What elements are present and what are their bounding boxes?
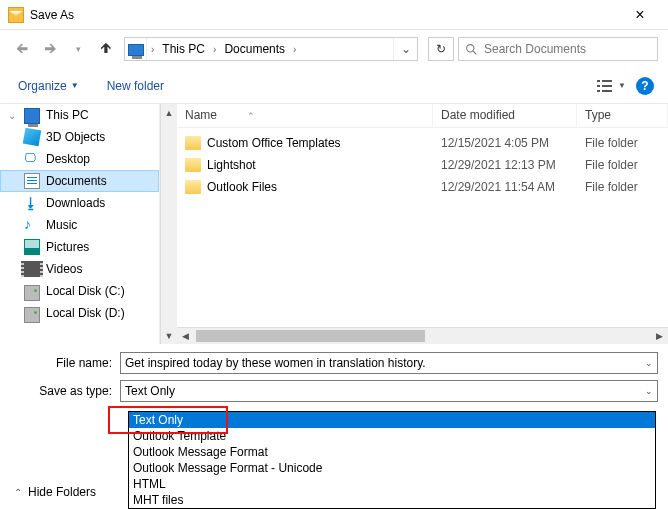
save-as-type-select[interactable]: Text Only ⌄ (120, 380, 658, 402)
sidebar-item-downloads[interactable]: ⭳Downloads (0, 192, 159, 214)
chevron-right-icon[interactable]: › (289, 44, 300, 55)
chevron-right-icon[interactable]: › (147, 44, 158, 55)
save-as-type-label: Save as type: (10, 384, 120, 398)
sidebar-item-pictures[interactable]: Pictures (0, 236, 159, 258)
svg-rect-6 (602, 85, 612, 87)
sort-indicator-icon: ⌃ (217, 111, 255, 121)
help-button[interactable]: ? (636, 77, 654, 95)
nav-bar: 🡰 🡲 ▾ 🡱 › This PC › Documents › ⌄ ↻ Sear… (0, 30, 668, 68)
hide-folders-button[interactable]: ⌃ Hide Folders (14, 485, 96, 499)
file-row[interactable]: Outlook Files 12/29/2021 11:54 AM File f… (177, 176, 668, 198)
app-icon (8, 7, 24, 23)
forward-button: 🡲 (38, 37, 62, 61)
sidebar: ⌄This PC 3D Objects 🖵Desktop Documents ⭳… (0, 104, 160, 344)
dropdown-option[interactable]: Outlook Template (129, 428, 655, 444)
chevron-down-icon: ▼ (618, 81, 626, 90)
folder-icon (185, 136, 201, 150)
svg-line-1 (473, 51, 476, 54)
scroll-right-icon[interactable]: ▶ (651, 328, 668, 344)
file-row[interactable]: Custom Office Templates 12/15/2021 4:05 … (177, 132, 668, 154)
sidebar-item-videos[interactable]: Videos (0, 258, 159, 280)
sidebar-item-music[interactable]: ♪Music (0, 214, 159, 236)
sidebar-item-local-disk-d[interactable]: Local Disk (D:) (0, 302, 159, 324)
column-date[interactable]: Date modified (433, 104, 577, 127)
refresh-button[interactable]: ↻ (428, 37, 454, 61)
column-name[interactable]: Name⌃ (177, 104, 433, 127)
chevron-down-icon[interactable]: ⌄ (645, 386, 653, 396)
pc-icon (125, 38, 147, 60)
file-list: Name⌃ Date modified Type Custom Office T… (177, 104, 668, 344)
view-options-button[interactable]: ▼ (597, 79, 626, 93)
breadcrumb-dropdown[interactable]: ⌄ (393, 38, 417, 60)
chevron-down-icon[interactable]: ⌄ (645, 358, 653, 368)
save-as-type-dropdown: Text Only Outlook Template Outlook Messa… (128, 411, 656, 509)
file-list-hscrollbar[interactable]: ◀ ▶ (177, 327, 668, 344)
svg-point-0 (467, 44, 474, 51)
dropdown-option[interactable]: MHT files (129, 492, 655, 508)
chevron-right-icon[interactable]: › (209, 44, 220, 55)
file-name-label: File name: (10, 356, 120, 370)
sidebar-scrollbar[interactable]: ▲ ▼ (160, 104, 177, 344)
sidebar-item-local-disk-c[interactable]: Local Disk (C:) (0, 280, 159, 302)
scroll-left-icon[interactable]: ◀ (177, 328, 194, 344)
sidebar-item-3d-objects[interactable]: 3D Objects (0, 126, 159, 148)
dropdown-option[interactable]: Outlook Message Format - Unicode (129, 460, 655, 476)
dropdown-option[interactable]: HTML (129, 476, 655, 492)
dropdown-option[interactable]: Text Only (129, 412, 655, 428)
svg-rect-3 (597, 85, 600, 87)
search-icon (465, 43, 478, 56)
breadcrumb-root[interactable]: This PC (158, 38, 209, 60)
collapse-icon[interactable]: ⌄ (6, 110, 18, 121)
svg-rect-5 (602, 80, 612, 82)
breadcrumb[interactable]: › This PC › Documents › ⌄ (124, 37, 418, 61)
folder-icon (185, 158, 201, 172)
window-title: Save As (30, 8, 620, 22)
chevron-up-icon: ⌃ (14, 487, 22, 498)
form-area: File name: Get inspired today by these w… (0, 344, 668, 402)
folder-icon (185, 180, 201, 194)
recent-dropdown[interactable]: ▾ (66, 37, 90, 61)
up-button[interactable]: 🡱 (94, 37, 118, 61)
back-button[interactable]: 🡰 (10, 37, 34, 61)
organize-menu[interactable]: Organize ▼ (14, 75, 83, 97)
scroll-down-icon[interactable]: ▼ (161, 327, 177, 344)
column-headers: Name⌃ Date modified Type (177, 104, 668, 128)
svg-rect-4 (597, 90, 600, 92)
file-row[interactable]: Lightshot 12/29/2021 12:13 PM File folde… (177, 154, 668, 176)
toolbar: Organize ▼ New folder ▼ ? (0, 68, 668, 104)
search-placeholder: Search Documents (484, 42, 586, 56)
column-type[interactable]: Type (577, 104, 668, 127)
chevron-down-icon: ▼ (71, 81, 79, 90)
svg-rect-2 (597, 80, 600, 82)
title-bar: Save As × (0, 0, 668, 30)
sidebar-item-desktop[interactable]: 🖵Desktop (0, 148, 159, 170)
sidebar-item-this-pc[interactable]: ⌄This PC (0, 104, 159, 126)
close-button[interactable]: × (620, 6, 660, 24)
scroll-up-icon[interactable]: ▲ (161, 104, 177, 121)
svg-rect-7 (602, 90, 612, 92)
new-folder-button[interactable]: New folder (103, 75, 168, 97)
sidebar-item-documents[interactable]: Documents (0, 170, 159, 192)
breadcrumb-folder[interactable]: Documents (220, 38, 289, 60)
dropdown-option[interactable]: Outlook Message Format (129, 444, 655, 460)
file-name-input[interactable]: Get inspired today by these women in tra… (120, 352, 658, 374)
search-input[interactable]: Search Documents (458, 37, 658, 61)
